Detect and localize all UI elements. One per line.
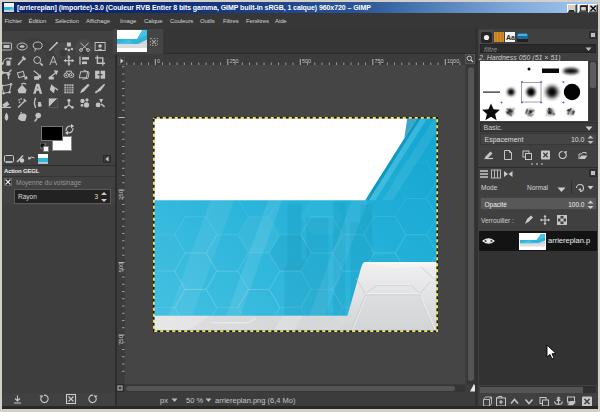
svg-text:250: 250	[118, 189, 124, 200]
svg-text:500: 500	[302, 58, 311, 64]
svg-text:750: 750	[374, 58, 383, 64]
svg-text:500: 500	[118, 262, 124, 273]
svg-text:Aa: Aa	[506, 34, 515, 41]
svg-text:0: 0	[157, 58, 160, 64]
svg-text:250: 250	[229, 58, 238, 64]
svg-text:750: 750	[118, 334, 124, 345]
svg-text:1000: 1000	[447, 58, 459, 64]
